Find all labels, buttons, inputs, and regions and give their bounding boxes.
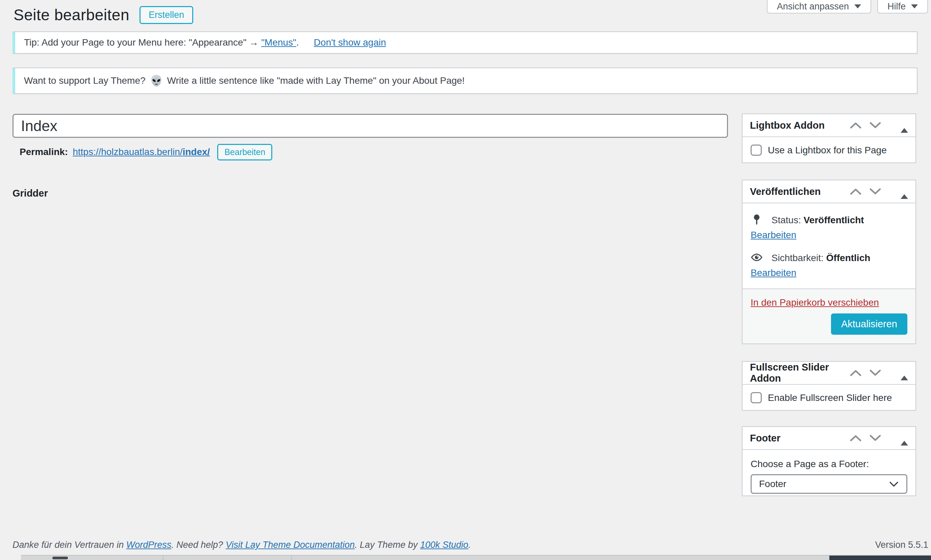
- fullscreen-slider-title: Fullscreen Slider Addon: [750, 362, 850, 384]
- lightbox-addon-header[interactable]: Lightbox Addon: [743, 114, 916, 137]
- lightbox-checkbox[interactable]: [751, 145, 762, 156]
- status-row: Status: Veröffentlicht Bearbeiten: [751, 213, 907, 243]
- screen-meta-tabs: Ansicht anpassen Hilfe: [767, 0, 928, 14]
- edit-visibility-link[interactable]: Bearbeiten: [751, 268, 796, 278]
- publish-box: Veröffentlichen Status: Veröffentlicht B…: [742, 180, 916, 344]
- admin-footer-text: Danke für dein Vertrauen in WordPress. N…: [12, 540, 471, 550]
- footer-page-select[interactable]: Footer: [751, 474, 907, 494]
- strip-mark: [52, 557, 68, 559]
- strip-divider: [291, 555, 292, 560]
- fullscreen-slider-box: Fullscreen Slider Addon Enable Fullscree…: [742, 361, 916, 411]
- dont-show-again-link[interactable]: Don't show again: [314, 37, 386, 48]
- triangle-up-icon[interactable]: [900, 371, 908, 375]
- footer-box: Footer Choose a Page as a Footer: Footer: [742, 426, 916, 496]
- chevron-down-icon[interactable]: [869, 122, 881, 129]
- page-title: Seite bearbeiten: [14, 6, 129, 24]
- status-value: Veröffentlicht: [804, 215, 864, 225]
- footer-mid2: . Lay Theme by: [355, 540, 417, 550]
- handle-actions: [850, 434, 908, 442]
- footer-box-body: Choose a Page as a Footer: Footer: [743, 450, 916, 501]
- permalink-slug: index/: [182, 146, 210, 157]
- footer-box-header[interactable]: Footer: [743, 427, 916, 450]
- update-button[interactable]: Aktualisieren: [831, 314, 907, 335]
- chevron-up-icon[interactable]: [850, 188, 862, 195]
- major-publishing-actions: In den Papierkorb verschieben Aktualisie…: [743, 288, 916, 343]
- edit-permalink-button[interactable]: Bearbeiten: [217, 144, 272, 160]
- background-window-strip: [21, 555, 931, 560]
- strip-divider: [163, 555, 163, 560]
- menu-tip-notice: Tip: Add your Page to your Menu here: "A…: [12, 31, 917, 54]
- fullscreen-slider-checkbox-label: Enable Fullscreen Slider here: [768, 392, 892, 403]
- tip-period: .: [296, 37, 299, 48]
- tip-text: Tip: Add your Page to your Menu here: "A…: [24, 37, 259, 48]
- permalink-link[interactable]: https://holzbauatlas.berlin/index/: [72, 146, 210, 157]
- footer-select-label: Choose a Page as a Footer:: [751, 458, 907, 469]
- gridder-label: Gridder: [12, 188, 48, 199]
- fullscreen-slider-header[interactable]: Fullscreen Slider Addon: [743, 362, 916, 385]
- publish-title: Veröffentlichen: [750, 186, 850, 197]
- triangle-up-icon[interactable]: [900, 189, 908, 194]
- caret-down-icon: [854, 5, 861, 8]
- fullscreen-slider-checkbox[interactable]: [751, 392, 762, 403]
- visibility-value: Öffentlich: [826, 253, 871, 263]
- caret-down-icon: [911, 5, 918, 8]
- help-button[interactable]: Hilfe: [877, 0, 928, 14]
- chevron-down-icon[interactable]: [869, 369, 881, 377]
- chevron-up-icon[interactable]: [850, 369, 862, 377]
- handle-actions: [850, 369, 908, 377]
- lightbox-addon-box: Lightbox Addon Use a Lightbox for this P…: [742, 114, 916, 163]
- wp-version-label: Version 5.5.1: [875, 540, 928, 550]
- studio-link[interactable]: 100k Studio: [420, 540, 469, 550]
- move-to-trash-link[interactable]: In den Papierkorb verschieben: [751, 297, 879, 308]
- permalink-label: Permalink:: [20, 146, 68, 157]
- pin-icon: [751, 214, 763, 226]
- triangle-up-icon[interactable]: [900, 436, 908, 441]
- page-header: Seite bearbeiten Erstellen: [14, 5, 193, 25]
- eye-icon: [751, 251, 763, 263]
- footer-select-value: Footer: [759, 478, 786, 489]
- permalink-base: https://holzbauatlas.berlin/: [72, 146, 182, 157]
- support-message: Write a little sentence like "made with …: [167, 75, 465, 86]
- menus-link[interactable]: "Menus": [261, 37, 296, 48]
- chevron-down-icon: [889, 481, 899, 488]
- support-notice: Want to support Lay Theme? Write a littl…: [12, 68, 917, 94]
- post-title-input[interactable]: [12, 114, 728, 138]
- handle-actions: [850, 188, 908, 195]
- screen-options-button[interactable]: Ansicht anpassen: [767, 0, 871, 14]
- help-label: Hilfe: [888, 2, 906, 12]
- footer-thanks-text: Danke für dein Vertrauen in: [12, 540, 124, 550]
- lightbox-addon-title: Lightbox Addon: [750, 120, 850, 131]
- add-new-button[interactable]: Erstellen: [140, 6, 193, 24]
- publish-header[interactable]: Veröffentlichen: [743, 180, 916, 203]
- alien-emoji: [150, 74, 163, 88]
- footer-box-title: Footer: [750, 433, 850, 444]
- triangle-up-icon[interactable]: [900, 123, 908, 128]
- chevron-down-icon[interactable]: [869, 434, 881, 442]
- chevron-up-icon[interactable]: [850, 434, 862, 442]
- lay-theme-doc-link[interactable]: Visit Lay Theme Documentation: [226, 540, 355, 550]
- edit-page-screen: Seite bearbeiten Erstellen Ansicht anpas…: [0, 0, 931, 560]
- edit-status-link[interactable]: Bearbeiten: [751, 230, 796, 240]
- wordpress-link[interactable]: WordPress: [126, 540, 172, 550]
- handle-actions: [850, 122, 908, 129]
- permalink-row: Permalink: https://holzbauatlas.berlin/i…: [20, 143, 272, 161]
- fullscreen-slider-body: Enable Fullscreen Slider here: [743, 385, 916, 411]
- screen-options-label: Ansicht anpassen: [777, 2, 849, 12]
- chevron-down-icon[interactable]: [869, 188, 881, 195]
- visibility-row: Sichtbarkeit: Öffentlich Bearbeiten: [751, 251, 907, 280]
- footer-end: .: [468, 540, 471, 550]
- strip-dark-segment: [829, 555, 931, 560]
- status-label: Status:: [771, 215, 801, 225]
- footer-mid1: . Need help?: [171, 540, 223, 550]
- support-question: Want to support Lay Theme?: [24, 75, 146, 86]
- lightbox-checkbox-label: Use a Lightbox for this Page: [768, 145, 887, 156]
- lightbox-addon-body: Use a Lightbox for this Page: [743, 137, 916, 163]
- visibility-label: Sichtbarkeit:: [771, 253, 823, 263]
- chevron-up-icon[interactable]: [850, 122, 862, 129]
